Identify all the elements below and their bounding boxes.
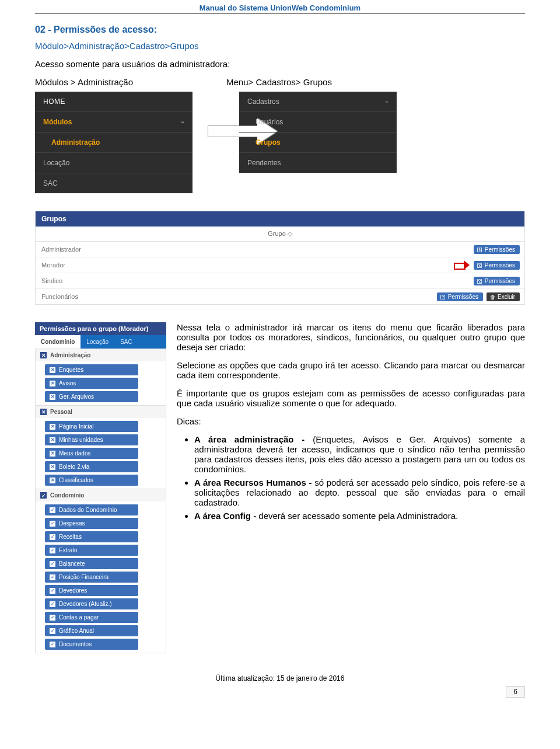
menu-modulos[interactable]: Módulos xyxy=(35,112,192,132)
page-number: 6 xyxy=(506,686,525,698)
dicas-label: Dicas: xyxy=(177,416,525,426)
checkbox-icon[interactable] xyxy=(50,507,55,513)
perm-item-label: Classificados xyxy=(59,477,93,483)
checkbox-icon[interactable] xyxy=(50,451,55,457)
checkbox-icon[interactable] xyxy=(50,574,55,580)
perm-item-label: Receitas xyxy=(59,534,82,540)
checkbox-icon[interactable] xyxy=(40,409,47,415)
checkbox-icon[interactable] xyxy=(50,548,55,553)
grupos-col-header[interactable]: Grupo ◇ xyxy=(36,227,524,242)
perm-group-label: Administração xyxy=(50,352,90,358)
menu-panel-right: Cadastros Usuários Grupos Pendentes xyxy=(239,92,397,173)
perm-item-label: Enquetes xyxy=(59,367,83,373)
checkbox-icon[interactable] xyxy=(50,367,55,373)
checkbox-icon[interactable] xyxy=(50,628,55,634)
access-note: Acesso somente para usuários da administ… xyxy=(35,59,525,69)
permissoes-button[interactable]: Permissões xyxy=(474,261,520,270)
callout-arrow-icon xyxy=(454,261,470,269)
perm-item-label: Despesas xyxy=(59,520,85,527)
footer: Última atualização: 15 de janeiro de 201… xyxy=(35,671,525,682)
perm-item[interactable]: Devedores xyxy=(45,585,138,596)
permissoes-button[interactable]: Permissões xyxy=(474,277,520,285)
perm-item-label: Boleto 2.via xyxy=(59,464,89,470)
tab-sac[interactable]: SAC xyxy=(114,335,138,349)
perm-item-label: Contas a pagar xyxy=(59,614,99,621)
checkbox-icon[interactable] xyxy=(40,492,47,499)
perm-item-label: Dados do Condomínio xyxy=(59,507,117,513)
perm-item-label: Extrato xyxy=(59,547,78,553)
perm-item[interactable]: Documentos xyxy=(45,639,138,650)
perm-item[interactable]: Minhas unidades xyxy=(45,434,138,445)
checkbox-icon[interactable] xyxy=(50,478,55,483)
perm-item-label: Gráfico Anual xyxy=(59,628,94,634)
perm-item-label: Devedores xyxy=(59,587,87,594)
menu-cadastros[interactable]: Cadastros xyxy=(239,92,397,112)
breadcrumb: Módulo>Administração>Cadastro>Grupos xyxy=(35,41,525,51)
menu-home[interactable]: HOME xyxy=(35,92,192,112)
menu-usuarios[interactable]: Usuários xyxy=(239,112,397,132)
table-row: Morador Permissões xyxy=(36,257,524,273)
table-row: Administrador Permissões xyxy=(36,242,524,257)
perm-item[interactable]: Enquetes xyxy=(45,364,138,375)
perm-group-header[interactable]: Pessoal xyxy=(36,405,166,418)
perm-item[interactable]: Contas a pagar xyxy=(45,612,138,623)
tab-condominio[interactable]: Condomínio xyxy=(35,335,80,349)
perm-item[interactable]: Página Inicial xyxy=(45,421,138,432)
grupos-table: Grupos Grupo ◇ Administrador Permissões … xyxy=(35,211,525,305)
menu-grupos[interactable]: Grupos xyxy=(239,132,397,152)
tip-item: A área administração - (Enquetes, Avisos… xyxy=(194,434,525,474)
perm-item[interactable]: Posição Financeira xyxy=(45,572,138,583)
perm-item-label: Documentos xyxy=(59,641,92,647)
checkbox-icon[interactable] xyxy=(50,464,55,470)
perm-item[interactable]: Meus dados xyxy=(45,448,138,459)
footer-updated: Última atualização: 15 de janeiro de 201… xyxy=(216,674,345,682)
checkbox-icon[interactable] xyxy=(50,561,55,567)
permissoes-panel: Permissões para o grupo (Morador) Condom… xyxy=(35,322,166,653)
perm-group-label: Condomínio xyxy=(50,492,84,499)
checkbox-icon[interactable] xyxy=(50,642,55,647)
section-title: 02 - Permissões de acesso: xyxy=(35,25,525,35)
checkbox-icon[interactable] xyxy=(50,437,55,443)
perm-item-label: Minhas unidades xyxy=(59,437,103,443)
table-row: Sindico Permissões xyxy=(36,273,524,289)
perm-item-label: Avisos xyxy=(59,380,76,386)
checkbox-icon[interactable] xyxy=(40,352,47,358)
perm-item[interactable]: Devedores (Atualiz.) xyxy=(45,598,138,609)
checkbox-icon[interactable] xyxy=(50,394,55,400)
perm-item[interactable]: Gráfico Anual xyxy=(45,625,138,636)
checkbox-icon[interactable] xyxy=(50,601,55,607)
perm-item[interactable]: Despesas xyxy=(45,518,138,529)
table-row: Funcionários Permissões Excluir xyxy=(36,289,524,304)
menu-pendentes[interactable]: Pendentes xyxy=(239,152,397,173)
perm-item[interactable]: Balancete xyxy=(45,558,138,569)
menu-administracao[interactable]: Administração xyxy=(35,132,192,152)
checkbox-icon[interactable] xyxy=(50,615,55,621)
menu-locacao[interactable]: Locação xyxy=(35,152,192,173)
perm-item[interactable]: Avisos xyxy=(45,378,138,389)
checkbox-icon[interactable] xyxy=(50,521,55,527)
perm-item[interactable]: Classificados xyxy=(45,475,138,486)
checkbox-icon[interactable] xyxy=(50,381,55,386)
key-icon xyxy=(477,246,482,253)
tab-locacao[interactable]: Locação xyxy=(80,335,114,349)
explanatory-text: Nessa tela o administrador irá marcar os… xyxy=(177,322,525,653)
paragraph: Nessa tela o administrador irá marcar os… xyxy=(177,322,525,352)
perm-item[interactable]: Dados do Condomínio xyxy=(45,504,138,515)
permissoes-button[interactable]: Permissões xyxy=(437,292,483,301)
permissoes-title: Permissões para o grupo (Morador) xyxy=(35,322,166,335)
document-header: Manual do Sistema UnionWeb Condominium xyxy=(35,0,525,14)
perm-group-header[interactable]: Administração xyxy=(36,349,166,361)
excluir-button[interactable]: Excluir xyxy=(487,292,520,301)
perm-item[interactable]: Boleto 2.via xyxy=(45,461,138,472)
checkbox-icon[interactable] xyxy=(50,588,55,594)
checkbox-icon[interactable] xyxy=(50,424,55,430)
perm-group-header[interactable]: Condomínio xyxy=(36,489,166,501)
perm-item[interactable]: Extrato xyxy=(45,545,138,556)
path-menu: Menu> Cadastros> Grupos xyxy=(226,77,332,87)
permissoes-button[interactable]: Permissões xyxy=(474,245,520,254)
checkbox-icon[interactable] xyxy=(50,534,55,540)
path-modulos: Módulos > Administração xyxy=(35,77,133,87)
perm-item[interactable]: Ger. Arquivos xyxy=(45,391,138,402)
perm-item[interactable]: Receitas xyxy=(45,531,138,542)
menu-sac[interactable]: SAC xyxy=(35,173,192,193)
